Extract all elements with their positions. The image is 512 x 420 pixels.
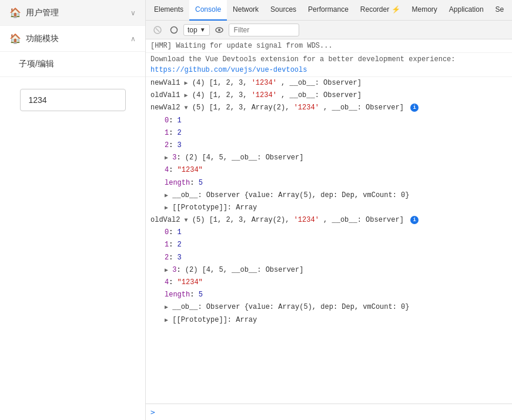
oldval2-ob: ▶ __ob__: Observer {value: Array(5), dep…	[146, 301, 512, 314]
tab-application[interactable]: Application	[443, 0, 490, 21]
prompt-symbol: >	[150, 408, 155, 416]
devtools-tab-bar: Elements Console Network Sources Perform…	[146, 0, 512, 21]
tab-recorder[interactable]: Recorder ⚡	[354, 0, 406, 21]
newval2-0: 0: 1	[146, 115, 512, 127]
expand-proto-oldval2[interactable]: ▶	[165, 317, 168, 324]
newval2-1: 1: 2	[146, 127, 512, 139]
tab-elements[interactable]: Elements	[148, 0, 189, 21]
expand-proto-newval2[interactable]: ▶	[165, 205, 168, 211]
sidebar-item-users[interactable]: 🏠 用户管理 ∨	[0, 0, 145, 26]
newval2-entry: newVal2 ▼ (5) [1, 2, 3, Array(2), '1234'…	[146, 102, 512, 114]
context-label: top	[188, 26, 198, 34]
sidebar-item-sub[interactable]: 子项/编辑	[0, 52, 145, 77]
home-icon-2: 🏠	[9, 33, 21, 44]
sidebar-label-modules: 功能模块	[26, 34, 130, 44]
oldval2-3: ▶ 3: (2) [4, 5, __ob__: Observer]	[146, 264, 512, 276]
hmr-message: [HMR] Waiting for update signal from WDS…	[146, 39, 512, 53]
circle-icon	[170, 26, 178, 34]
devtools-link[interactable]: https://github.com/vuejs/vue-devtools	[150, 66, 307, 74]
arrow-up-icon: ∧	[130, 35, 136, 43]
expand-3-newval2[interactable]: ▶	[165, 155, 168, 161]
clear-console-button[interactable]	[150, 23, 165, 37]
newval2-2: 2: 3	[146, 139, 512, 152]
sidebar-item-modules[interactable]: 🏠 功能模块 ∧	[0, 26, 145, 52]
tab-sources[interactable]: Sources	[265, 0, 302, 21]
eye-icon	[215, 25, 224, 35]
tab-console[interactable]: Console	[189, 0, 227, 21]
console-input-bar: >	[146, 404, 512, 420]
arrow-down-icon: ∨	[130, 9, 136, 17]
newval1-entry: newVal1 ▶ (4) [1, 2, 3, '1234' , __ob__:…	[146, 77, 512, 89]
oldval2-2: 2: 3	[146, 252, 512, 264]
filter-input[interactable]	[229, 24, 299, 36]
newval2-length: length: 5	[146, 177, 512, 189]
console-output: [HMR] Waiting for update signal from WDS…	[146, 39, 512, 404]
expand-triangle-oldval2[interactable]: ▼	[185, 217, 188, 224]
expand-ob-oldval2[interactable]: ▶	[165, 304, 168, 311]
stop-recording-button[interactable]	[167, 23, 181, 37]
devtools-message: Download the Vue Devtools extension for …	[146, 53, 512, 77]
newval2-ob: ▶ __ob__: Observer {value: Array(5), dep…	[146, 189, 512, 202]
context-selector[interactable]: top ▼	[183, 24, 210, 36]
clear-icon	[153, 26, 162, 34]
expand-3-oldval2[interactable]: ▶	[165, 267, 168, 274]
newval2-4: 4: "1234"	[146, 164, 512, 176]
sidebar: 🏠 用户管理 ∨ 🏠 功能模块 ∧ 子项/编辑	[0, 0, 146, 420]
oldval2-proto: ▶ [[Prototype]]: Array	[146, 314, 512, 326]
expand-triangle-oldval1[interactable]: ▶	[185, 92, 188, 99]
sidebar-input-area	[0, 77, 145, 420]
tab-se[interactable]: Se	[490, 0, 510, 21]
sidebar-label-sub: 子项/编辑	[19, 59, 136, 69]
oldval2-0: 0: 1	[146, 226, 512, 239]
oldval2-1: 1: 2	[146, 239, 512, 251]
sidebar-label-users: 用户管理	[26, 8, 130, 18]
eye-button[interactable]	[212, 23, 226, 37]
oldval1-entry: oldVal1 ▶ (4) [1, 2, 3, '1234' , __ob__:…	[146, 89, 512, 102]
oldval2-length: length: 5	[146, 289, 512, 301]
expand-ob-newval2[interactable]: ▶	[165, 192, 168, 199]
oldval2-4: 4: "1234"	[146, 276, 512, 289]
svg-point-2	[171, 26, 178, 33]
dropdown-arrow-icon: ▼	[200, 26, 206, 33]
svg-line-1	[156, 28, 159, 32]
tab-network[interactable]: Network	[227, 0, 265, 21]
expand-triangle-newval1[interactable]: ▶	[185, 80, 188, 86]
devtools-panel: Elements Console Network Sources Perform…	[146, 0, 512, 420]
svg-point-4	[218, 29, 220, 31]
expand-triangle-newval2[interactable]: ▼	[185, 105, 188, 111]
info-icon-newval2[interactable]: i	[410, 104, 419, 112]
info-icon-oldval2[interactable]: i	[410, 216, 419, 224]
console-toolbar: top ▼	[146, 21, 512, 39]
value-input[interactable]	[20, 89, 126, 111]
newval2-3: ▶ 3: (2) [4, 5, __ob__: Observer]	[146, 152, 512, 164]
home-icon: 🏠	[9, 7, 21, 18]
oldval2-entry: oldVal2 ▼ (5) [1, 2, 3, Array(2), '1234'…	[146, 214, 512, 226]
newval2-proto: ▶ [[Prototype]]: Array	[146, 202, 512, 214]
tab-performance[interactable]: Performance	[302, 0, 354, 21]
tab-memory[interactable]: Memory	[406, 0, 443, 21]
